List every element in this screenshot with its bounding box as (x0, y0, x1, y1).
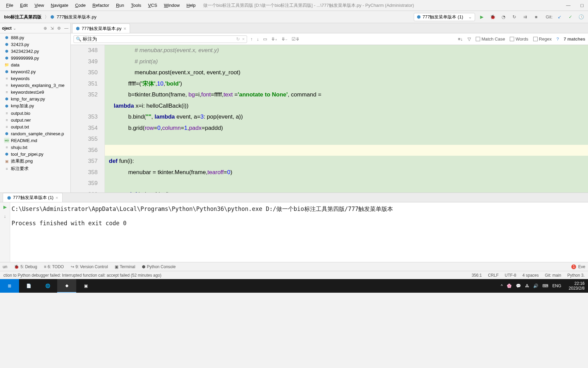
menu-tools[interactable]: Tools (128, 1, 145, 9)
expand-icon[interactable]: ⇲ (50, 26, 54, 31)
breadcrumb-project[interactable]: bio标注工具第四版 (3, 13, 43, 21)
filter-icon[interactable]: ▽ (468, 36, 471, 42)
menu-file[interactable]: File (3, 1, 17, 9)
tree-item[interactable]: 📁data (0, 61, 70, 68)
taskbar-chrome[interactable]: 🌐 (38, 279, 57, 293)
tray-ime-icon[interactable]: ⌨ (542, 283, 548, 288)
git-history-button[interactable]: 🕓 (577, 13, 585, 21)
tree-item[interactable]: ⬢tool_for_pipei.py (0, 151, 70, 157)
taskbar-clock[interactable]: 22:16 2023/2/8 (569, 281, 585, 291)
tree-item[interactable]: MDREADME.md (0, 137, 70, 144)
tree-item[interactable]: ≡keywordstest1e9 (0, 89, 70, 95)
tree-item[interactable]: ▣效果图.png (0, 157, 70, 165)
add-selection-icon[interactable]: ⤋₊ (271, 36, 277, 42)
taskbar-terminal[interactable]: ▣ (76, 279, 95, 293)
tree-item[interactable]: ≡shuju.txt (0, 144, 70, 151)
python-interpreter[interactable]: Python 3. (567, 273, 585, 278)
help-icon[interactable]: ? (556, 36, 559, 42)
tray-network-icon[interactable]: 🖧 (525, 283, 529, 288)
words-checkbox[interactable]: Words (510, 36, 528, 42)
stop-icon[interactable]: ↓ (4, 214, 6, 219)
start-button[interactable]: ⊞ (0, 279, 19, 293)
tree-item[interactable]: ⬢999999999.py (0, 55, 70, 61)
menu-refactor[interactable]: Refactor (89, 1, 113, 9)
minimize-button[interactable]: — (565, 2, 572, 9)
vcs-tool-button[interactable]: ↪ 9: Version Control (71, 264, 108, 269)
close-tab-icon[interactable]: × (124, 26, 126, 31)
chevron-down-icon[interactable]: ⌄ (13, 26, 16, 31)
tree-item[interactable]: ≡keywords_explaning_3_me (0, 82, 70, 89)
indent-setting[interactable]: 4 spaces (522, 273, 539, 278)
close-icon[interactable]: × (55, 195, 58, 200)
match-case-checkbox[interactable]: Match Case (476, 36, 505, 42)
tray-wechat-icon[interactable]: 💬 (516, 283, 521, 288)
breadcrumb-file[interactable]: 777触发菜单版本.py (55, 13, 98, 21)
regex-checkbox[interactable]: Regex (533, 36, 552, 42)
history-icon[interactable]: ↻ (236, 36, 240, 42)
search-input[interactable] (83, 36, 235, 42)
settings-icon[interactable]: ⚙ (57, 26, 61, 31)
code-content[interactable]: # menubar.post(event.x, event.y) # print… (105, 45, 588, 193)
git-branch[interactable]: Git: main (545, 273, 561, 278)
maximize-button[interactable]: ◻ (578, 2, 585, 9)
next-match-icon[interactable]: ↓ (257, 36, 259, 42)
tree-item[interactable]: ⬢32423.py (0, 41, 70, 48)
rerun-icon[interactable]: ▶ (3, 204, 7, 210)
select-all-occurrences-icon[interactable]: ☑⤋ (292, 36, 299, 42)
terminal-tool-button[interactable]: ▣ Terminal (115, 264, 135, 269)
cursor-position[interactable]: 356:1 (472, 273, 482, 278)
tree-item[interactable]: ⬢342342342.py (0, 48, 70, 55)
tray-lang[interactable]: ENG (552, 283, 561, 288)
todo-tool-button[interactable]: ≡ 6: TODO (44, 264, 64, 269)
file-tree[interactable]: ⬢888.py⬢32423.py⬢342342342.py⬢999999999.… (0, 33, 70, 193)
menu-navigate[interactable]: Navigate (47, 1, 71, 9)
run-tab[interactable]: ⬢ 777触发菜单版本 (1) × (3, 193, 63, 202)
run-configuration-selector[interactable]: ⬢ 777触发菜单版本 (1) ⌄ (414, 13, 475, 21)
locate-icon[interactable]: ⊕ (44, 26, 47, 31)
tree-item[interactable]: ≡标注要求 (0, 165, 70, 172)
taskbar-app[interactable]: 📄 (19, 279, 38, 293)
menu-help[interactable]: Help (183, 1, 199, 9)
remove-selection-icon[interactable]: ⤋₋ (281, 36, 288, 42)
menu-view[interactable]: View (31, 1, 47, 9)
file-encoding[interactable]: UTF-8 (505, 273, 516, 278)
event-log-button[interactable]: Eve (578, 264, 585, 269)
tree-item[interactable]: ≡keywords (0, 75, 70, 82)
tray-volume-icon[interactable]: 🔊 (533, 283, 538, 288)
profile-button[interactable]: ↻ (510, 13, 519, 21)
run-output[interactable]: C:\Users\Administrator\AppData\Local\Pro… (10, 202, 588, 262)
editor-tab[interactable]: ⬢ 777触发菜单版本.py × (72, 24, 130, 33)
taskbar-pycharm[interactable]: ◆ (57, 279, 76, 293)
menu-vcs[interactable]: VCS (145, 1, 161, 9)
line-separator[interactable]: CRLF (488, 273, 499, 278)
tree-item[interactable]: ⬢keyword2.py (0, 68, 70, 75)
tree-item[interactable]: ⬢kmp加速.py (0, 102, 70, 110)
prev-match-icon[interactable]: ↑ (250, 36, 253, 42)
code-editor[interactable]: 348349350351352353354355356357358359360 … (71, 45, 588, 193)
debug-button[interactable]: 🐞 (489, 13, 497, 21)
tray-icon[interactable]: 🌸 (507, 283, 512, 288)
hide-icon[interactable]: — (64, 26, 68, 31)
tray-expand-icon[interactable]: ^ (501, 283, 503, 288)
tree-item[interactable]: ⬢888.py (0, 34, 70, 41)
clear-icon[interactable]: × (242, 36, 245, 42)
tree-item[interactable]: ≡output.bio (0, 110, 70, 117)
tree-item[interactable]: ≡output.ner (0, 117, 70, 123)
stop-button[interactable]: ■ (532, 13, 540, 21)
menu-window[interactable]: Window (161, 1, 183, 9)
settings-icon[interactable]: ≡↓ (458, 36, 463, 42)
coverage-button[interactable]: ◔ (500, 13, 508, 21)
debug-tool-button[interactable]: 🐞 5: Debug (14, 264, 37, 269)
git-commit-button[interactable]: ✓ (566, 13, 574, 21)
run-button[interactable]: ▶ (478, 13, 486, 21)
tree-item[interactable]: ⬢kmp_for_array.py (0, 95, 70, 102)
menu-code[interactable]: Code (72, 1, 89, 9)
menu-run[interactable]: Run (113, 1, 128, 9)
tree-item[interactable]: ≡output.txt (0, 123, 70, 130)
python-console-button[interactable]: ⬢ Python Console (142, 264, 176, 269)
select-all-icon[interactable]: ▭ (263, 36, 267, 42)
tree-item[interactable]: ⬢random_sample_chinese.p (0, 130, 70, 137)
menu-edit[interactable]: Edit (17, 1, 31, 9)
git-update-button[interactable]: ↙ (555, 13, 564, 21)
attach-button[interactable]: ⇉ (521, 13, 529, 21)
